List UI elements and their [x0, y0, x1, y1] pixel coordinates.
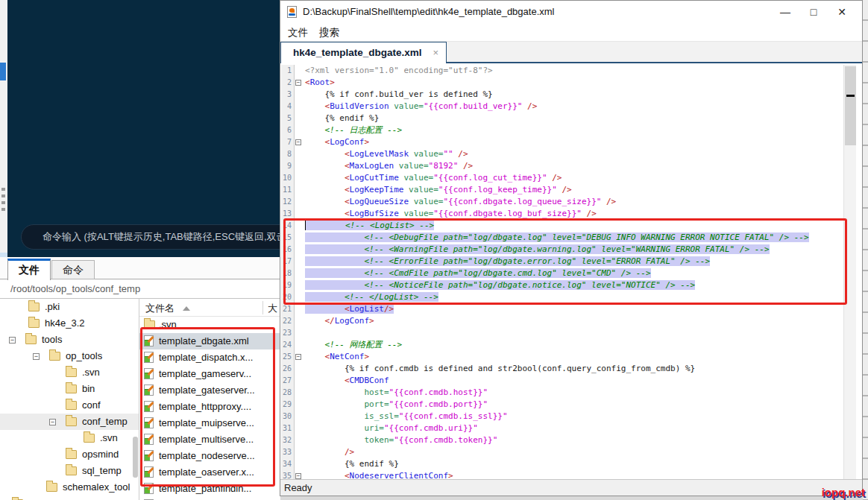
tree-item[interactable]: run: [0, 496, 139, 500]
fold-column: −: [295, 136, 303, 148]
menu-item-search[interactable]: 搜索: [319, 26, 339, 39]
code-editor[interactable]: 1<?xml version="1.0" encoding="utf-8"?>2…: [281, 65, 843, 481]
tree-item[interactable]: schemalex_tool: [0, 479, 139, 496]
tree-item[interactable]: bin: [0, 381, 139, 397]
collapse-icon[interactable]: −: [49, 419, 56, 425]
code-line[interactable]: 22 </LogConf>: [281, 315, 843, 327]
file-row[interactable]: template_nodeserve...: [139, 448, 280, 464]
code-line[interactable]: 21 <LogList/>: [281, 303, 843, 315]
file-row[interactable]: template_gameserv...: [139, 366, 280, 382]
fold-marker-icon[interactable]: −: [295, 80, 301, 86]
code-line[interactable]: 23: [281, 327, 843, 339]
code-line[interactable]: 9 <MaxLogLen value="8192" />: [281, 160, 843, 172]
code-text: <!-- <CmdFile path="log/dbgate.cmd.log" …: [303, 268, 651, 279]
command-input-hint[interactable]: 命令输入 (按ALT键提示历史,TAB键路径,ESC键返回,双击C: [21, 224, 304, 250]
code-line[interactable]: 33 />: [281, 446, 843, 458]
collapse-icon[interactable]: −: [33, 353, 40, 360]
code-line[interactable]: 10 <LogCutTime value="{{conf.log_cut_tim…: [281, 172, 843, 184]
code-line[interactable]: 5 {% endif %}: [281, 113, 843, 124]
file-row[interactable]: template_gateserver...: [139, 382, 280, 399]
tab-commands[interactable]: 命令: [51, 260, 95, 279]
code-text: host="{{conf.cmdb.host}}": [303, 387, 488, 399]
code-line[interactable]: 17 <!-- <ErrorFile path="log/dbgate.erro…: [281, 256, 843, 268]
file-row[interactable]: template_httpproxy....: [139, 399, 280, 415]
code-line[interactable]: 16 <!-- <WarningFile path="log/dbgate.wa…: [281, 244, 843, 256]
tree-item-label: .svn: [100, 432, 118, 443]
code-token: "{{conf.cmdb.token}}": [394, 435, 497, 445]
column-header-filename[interactable]: 文件名: [145, 302, 174, 315]
tree-item[interactable]: hk4e_3.2: [0, 315, 139, 332]
code-line[interactable]: 8 <LogLevelMask value="" />: [281, 148, 843, 160]
code-line[interactable]: 11 <LogKeepTime value="{{conf.log_keep_t…: [281, 184, 843, 196]
file-row[interactable]: template_pathfindin...: [139, 481, 280, 497]
close-button[interactable]: ✕: [828, 1, 856, 23]
code-line[interactable]: 27 <CMDBConf: [281, 375, 843, 387]
code-line[interactable]: 28 host="{{conf.cmdb.host}}": [281, 387, 843, 399]
code-line[interactable]: 19 <!-- <NoticeFile path="log/dbgate.not…: [281, 279, 843, 291]
tree-item[interactable]: conf: [0, 397, 139, 414]
editor-scrollbar[interactable]: [843, 65, 856, 479]
tree-item[interactable]: −conf_temp: [0, 414, 139, 430]
code-line[interactable]: 7− <LogConf>: [281, 136, 843, 148]
code-line[interactable]: 3 {% if conf.build_ver is defined %}: [281, 89, 843, 101]
tree-item-label: .pki: [45, 301, 60, 312]
file-row[interactable]: template_muipserve...: [139, 415, 280, 431]
minimize-button[interactable]: —: [771, 1, 799, 23]
fold-marker-icon[interactable]: −: [295, 473, 301, 479]
tab-close-icon[interactable]: ×: [433, 42, 438, 63]
code-line[interactable]: 4 <BuildVersion value="{{conf.build_ver}…: [281, 101, 843, 113]
code-line[interactable]: 2−<Root>: [281, 77, 843, 89]
code-line[interactable]: 1<?xml version="1.0" encoding="utf-8"?>: [281, 65, 843, 77]
code-line[interactable]: 31 uri="{{conf.cmdb.uri}}": [281, 423, 843, 434]
maximize-button[interactable]: □: [799, 1, 828, 23]
code-line[interactable]: 34 {% endif %}: [281, 458, 843, 470]
editor-tab[interactable]: hk4e_template_dbgate.xml ×: [280, 42, 447, 63]
title-bar[interactable]: D:\Backup\FinalShell\temp\edit\hk4e_temp…: [280, 1, 862, 23]
column-header-size[interactable]: 大: [268, 302, 277, 315]
code-token: />: [384, 304, 394, 314]
fold-column: [295, 399, 303, 411]
file-row[interactable]: template_dispatch.x...: [139, 349, 280, 366]
tree-item[interactable]: −op_tools: [0, 348, 139, 364]
code-line[interactable]: 24 <!-- 网络配置 -->: [281, 339, 843, 351]
code-token: <: [345, 304, 350, 314]
code-line[interactable]: 13 <LogBufSize value="{{conf.dbgate.log_…: [281, 208, 843, 220]
code-line[interactable]: 14 <!-- <LogList> -->: [281, 220, 843, 232]
tree-item-label: bin: [82, 383, 95, 394]
tab-files[interactable]: 文件: [7, 259, 51, 280]
fold-marker-icon[interactable]: −: [295, 139, 301, 145]
tree-item[interactable]: sql_temp: [0, 463, 139, 479]
tree-item[interactable]: .svn: [0, 364, 139, 381]
code-line[interactable]: 30 is_ssl="{{conf.cmdb.is_ssl}}": [281, 411, 843, 423]
fold-column: [295, 363, 303, 375]
tree-item[interactable]: .svn: [0, 430, 139, 446]
selected-text: <LogList/>: [305, 304, 394, 314]
file-row[interactable]: .svn: [139, 317, 280, 333]
fold-marker-icon[interactable]: −: [295, 354, 301, 360]
code-token: uri=: [305, 423, 384, 433]
code-line[interactable]: 18 <!-- <CmdFile path="log/dbgate.cmd.lo…: [281, 268, 843, 279]
code-line[interactable]: 32 token="{{conf.cmdb.token}}": [281, 434, 843, 446]
tree-item[interactable]: −tools: [0, 332, 139, 348]
code-line[interactable]: 25− <NetConf>: [281, 351, 843, 363]
collapse-icon[interactable]: −: [9, 337, 16, 344]
code-line[interactable]: 15 <!-- <DebugFile path="log/dbgate.log"…: [281, 232, 843, 244]
file-row[interactable]: template_oaserver.x...: [139, 464, 280, 481]
file-row[interactable]: template_dbgate.xml: [139, 333, 280, 349]
menu-item-file[interactable]: 文件: [288, 26, 308, 39]
code-text: <LogCutTime value="{{conf.log_cut_time}}…: [303, 172, 562, 184]
column-divider[interactable]: [262, 301, 263, 314]
sort-ascending-icon: [183, 306, 190, 311]
terminal-background[interactable]: 命令输入 (按ALT键提示历史,TAB键路径,ESC键返回,双击C: [7, 0, 280, 257]
code-line[interactable]: 6 <!-- 日志配置 -->: [281, 124, 843, 136]
code-token: [305, 137, 325, 147]
code-line[interactable]: 20 <!-- </LogList> -->: [281, 291, 843, 303]
code-line[interactable]: 12 <LogQueueSize value="{{conf.dbgate.lo…: [281, 196, 843, 208]
tree-item[interactable]: .pki: [0, 299, 139, 315]
code-line[interactable]: 26 {% if conf.cmdb is defined and str2bo…: [281, 363, 843, 375]
file-row[interactable]: template_tothemoo...: [139, 497, 280, 500]
code-line[interactable]: 29 port="{{conf.cmdb.port}}": [281, 399, 843, 411]
file-row[interactable]: template_multiserve...: [139, 431, 280, 448]
tree-item[interactable]: opsmind: [0, 446, 139, 463]
scrollbar-thumb[interactable]: [845, 66, 856, 145]
